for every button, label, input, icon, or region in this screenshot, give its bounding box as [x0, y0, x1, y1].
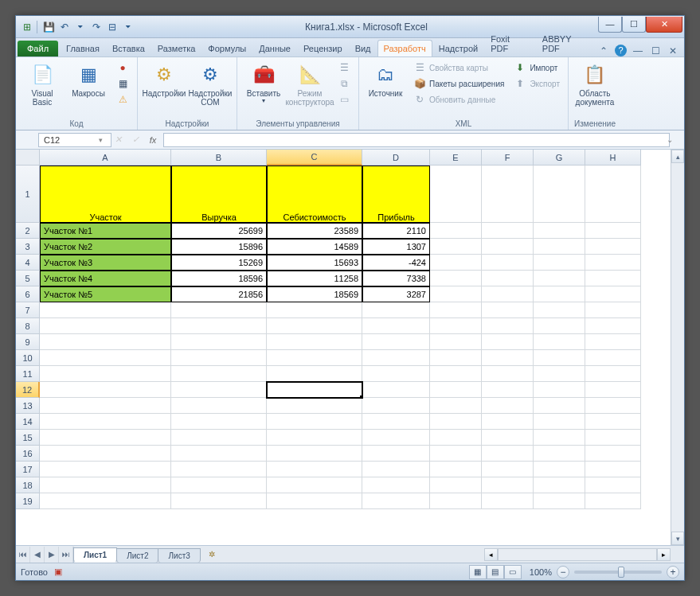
cell-B14[interactable]	[171, 414, 267, 430]
cell-F2[interactable]	[482, 223, 534, 239]
properties-button[interactable]: ☰	[334, 60, 354, 75]
cell-H3[interactable]	[585, 239, 641, 255]
cell-H15[interactable]	[585, 430, 641, 446]
cell-C6[interactable]: 18569	[267, 286, 362, 302]
maximize-button[interactable]: ☐	[622, 17, 646, 33]
cell-C2[interactable]: 23589	[267, 223, 362, 239]
cell-B11[interactable]	[171, 366, 267, 382]
tab-foxit[interactable]: Foxit PDF	[484, 30, 536, 56]
cell-G1[interactable]	[534, 166, 585, 223]
document-panel-button[interactable]: 📋Область документа	[573, 59, 616, 107]
row-header-8[interactable]: 8	[16, 318, 40, 334]
row-header-16[interactable]: 16	[16, 446, 40, 462]
expansion-packs-button[interactable]: 📦Пакеты расширения	[410, 76, 507, 91]
cell-A5[interactable]: Участок №4	[40, 271, 171, 286]
cell-C11[interactable]	[267, 366, 362, 382]
row-header-17[interactable]: 17	[16, 462, 40, 477]
row-header-13[interactable]: 13	[16, 398, 40, 414]
cell-C16[interactable]	[267, 446, 362, 462]
tab-review[interactable]: Рецензир	[297, 40, 349, 56]
cell-D2[interactable]: 2110	[362, 223, 430, 239]
cell-D5[interactable]: 7338	[362, 271, 430, 286]
sheet-prev-button[interactable]: ◀	[30, 547, 45, 563]
cell-D8[interactable]	[362, 318, 430, 334]
column-header-D[interactable]: D	[362, 150, 430, 166]
cell-A18[interactable]	[40, 477, 171, 493]
cell-C19[interactable]	[267, 493, 362, 509]
excel-icon[interactable]: ⊞	[21, 21, 33, 33]
row-header-1[interactable]: 1	[16, 166, 40, 223]
column-header-H[interactable]: H	[585, 150, 641, 166]
tab-insert[interactable]: Вставка	[106, 40, 151, 56]
cell-B1[interactable]: Выручка	[171, 166, 267, 223]
column-header-E[interactable]: E	[430, 150, 482, 166]
scroll-right-icon[interactable]: ▸	[657, 548, 671, 561]
page-layout-view-button[interactable]: ▤	[487, 565, 504, 579]
namebox-dropdown-icon[interactable]: ▾	[99, 136, 103, 144]
cell-B4[interactable]: 15269	[171, 255, 267, 271]
row-header-9[interactable]: 9	[16, 334, 40, 350]
cell-E9[interactable]	[430, 334, 482, 350]
cell-D3[interactable]: 1307	[362, 239, 430, 255]
cell-F1[interactable]	[482, 166, 534, 223]
export-button[interactable]: ⬆Экспорт	[510, 76, 563, 91]
qat-customize-icon[interactable]: ⏷	[122, 21, 135, 33]
page-break-view-button[interactable]: ▭	[504, 565, 522, 579]
record-macro-button[interactable]: ●	[113, 60, 132, 75]
cell-C14[interactable]	[267, 414, 362, 430]
cell-F17[interactable]	[482, 462, 534, 477]
cell-F12[interactable]	[482, 382, 534, 398]
cell-D14[interactable]	[362, 414, 430, 430]
cell-B10[interactable]	[171, 350, 267, 366]
cell-F19[interactable]	[482, 493, 534, 509]
cell-B8[interactable]	[171, 318, 267, 334]
cell-F16[interactable]	[482, 446, 534, 462]
cell-E8[interactable]	[430, 318, 482, 334]
scroll-down-icon[interactable]: ▾	[671, 532, 684, 545]
row-header-3[interactable]: 3	[16, 239, 40, 255]
new-sheet-button[interactable]: ✲	[204, 550, 220, 559]
zoom-in-button[interactable]: +	[667, 566, 679, 578]
cell-D1[interactable]: Прибыль	[362, 166, 430, 223]
cell-E2[interactable]	[430, 223, 482, 239]
cell-C4[interactable]: 15693	[267, 255, 362, 271]
cell-C15[interactable]	[267, 430, 362, 446]
cell-H5[interactable]	[585, 271, 641, 286]
import-button[interactable]: ⬇Импорт	[510, 60, 563, 75]
cell-H19[interactable]	[585, 493, 641, 509]
cell-H12[interactable]	[585, 382, 641, 398]
row-header-11[interactable]: 11	[16, 366, 40, 382]
fx-button[interactable]: fx	[144, 135, 162, 145]
cell-B18[interactable]	[171, 477, 267, 493]
cell-H10[interactable]	[585, 350, 641, 366]
cell-H11[interactable]	[585, 366, 641, 382]
cell-E18[interactable]	[430, 477, 482, 493]
cell-H6[interactable]	[585, 286, 641, 302]
cell-D11[interactable]	[362, 366, 430, 382]
cell-F5[interactable]	[482, 271, 534, 286]
undo-more-icon[interactable]: ⏷	[74, 21, 87, 33]
cell-C8[interactable]	[267, 318, 362, 334]
cell-F4[interactable]	[482, 255, 534, 271]
row-header-5[interactable]: 5	[16, 271, 40, 286]
macros-button[interactable]: ▦Макросы	[67, 59, 110, 98]
formula-input[interactable]	[163, 133, 670, 147]
insert-control-button[interactable]: 🧰Вставить▾	[242, 59, 285, 105]
cell-D15[interactable]	[362, 430, 430, 446]
file-tab[interactable]: Файл	[18, 41, 58, 56]
cell-C9[interactable]	[267, 334, 362, 350]
undo-icon[interactable]: ↶	[58, 21, 71, 33]
cell-G6[interactable]	[534, 286, 585, 302]
cell-F14[interactable]	[482, 414, 534, 430]
cell-B15[interactable]	[171, 430, 267, 446]
cell-G9[interactable]	[534, 334, 585, 350]
sheet-first-button[interactable]: ⏮	[16, 547, 30, 563]
cell-E13[interactable]	[430, 398, 482, 414]
cell-F3[interactable]	[482, 239, 534, 255]
scroll-up-icon[interactable]: ▴	[671, 150, 684, 163]
column-header-F[interactable]: F	[482, 150, 534, 166]
cell-D13[interactable]	[362, 398, 430, 414]
cell-F6[interactable]	[482, 286, 534, 302]
addins-button[interactable]: ⚙Надстройки	[143, 59, 186, 98]
column-header-A[interactable]: A	[40, 150, 171, 166]
